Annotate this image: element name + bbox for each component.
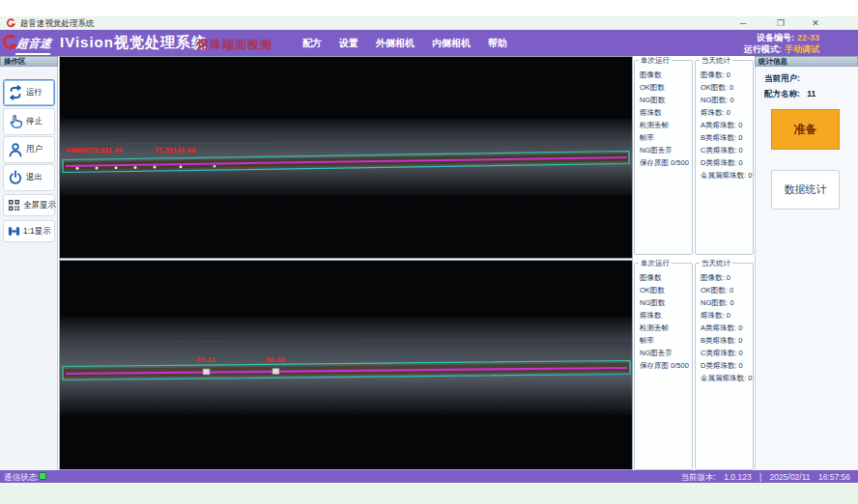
today-stats-inner: 当天统计 图像数: 0OK图数: 0NG图数: 0熔珠数: 0A类熔珠数: 0B…	[695, 263, 754, 470]
menu-item-settings[interactable]: 设置	[336, 35, 361, 52]
exit-button[interactable]: 退出	[3, 164, 55, 191]
recipe-name-value: 11	[807, 89, 815, 98]
user-icon	[8, 142, 23, 157]
status-time: 16:57:56	[818, 472, 850, 482]
sidebar-title: 操作区	[0, 56, 58, 67]
stat-row: 图像数	[635, 273, 692, 286]
power-icon	[8, 170, 23, 185]
stat-row: 检测丢帧	[635, 121, 692, 133]
stat-row: 熔珠数	[635, 108, 692, 121]
run-cycle-icon	[8, 85, 23, 100]
stat-row: 帧率	[635, 133, 692, 146]
device-info: 设备编号:22-33 运行模式:手动调试	[744, 32, 819, 55]
group-title: 当天统计	[700, 56, 732, 66]
stat-row: D类熔珠数: 0	[696, 361, 753, 374]
group-title: 单次运行	[639, 259, 672, 268]
exit-button-label: 退出	[26, 172, 43, 183]
brand-logo-text: 超音速	[15, 36, 52, 55]
data-statistics-button[interactable]: 数据统计	[771, 170, 840, 210]
recipe-name-label: 配方名称:	[764, 89, 800, 98]
run-mode-value: 手动调试	[785, 44, 819, 54]
user-button-label: 用户	[26, 144, 43, 155]
stop-button[interactable]: 停止	[3, 108, 55, 135]
stat-row: 保存原图 0/500	[635, 158, 692, 171]
stat-row: OK图数: 0	[696, 83, 753, 96]
measurement-annotation-2: 56.43	[266, 355, 286, 364]
stat-row: 检测丢帧	[635, 323, 692, 336]
menu-bar: 配方 设置 外侧相机 内侧相机 帮助	[300, 30, 510, 56]
close-button[interactable]: ✕	[808, 16, 823, 30]
status-bar: 通信状态: 当前版本: 1.0.123 | 2025/02/11 16:57:5…	[0, 470, 858, 483]
stat-row: 图像数	[635, 70, 692, 83]
stat-row: D类熔珠数: 0	[696, 158, 753, 171]
menu-item-outer-camera[interactable]: 外侧相机	[373, 35, 417, 52]
menu-item-inner-camera[interactable]: 内侧相机	[429, 35, 473, 52]
window-title: 超音速视觉处理系统	[20, 18, 95, 30]
stat-row: A类熔珠数: 0	[696, 323, 753, 336]
stop-button-label: 停止	[26, 116, 43, 127]
version-value: 1.0.123	[724, 472, 751, 482]
one-to-one-button[interactable]: 1:1显示	[3, 220, 55, 242]
defect-marker	[203, 369, 210, 375]
app-header: 超音速 IVision视觉处理系统 熔珠端面检测 配方 设置 外侧相机 内侧相机…	[0, 30, 858, 56]
measurement-annotation-1: 53.11	[196, 355, 215, 364]
measurement-annotation-right: 71.53141.49	[155, 146, 195, 154]
single-run-stats-inner: 单次运行 图像数OK图数NG图数熔珠数检测丢帧帧率NG图丢弃保存原图 0/500	[634, 263, 693, 470]
stat-row: 帧率	[635, 336, 692, 349]
run-mode-label: 运行模式:	[744, 44, 782, 54]
run-button[interactable]: 运行	[3, 79, 55, 106]
run-button-label: 运行	[26, 87, 43, 98]
fullscreen-button[interactable]: 全屏显示	[3, 194, 55, 216]
stat-row: 图像数: 0	[696, 273, 753, 286]
os-titlebar: 超音速视觉处理系统 ─ ❐ ✕	[0, 16, 858, 30]
stat-row: NG图数	[635, 96, 692, 108]
stop-hand-icon	[8, 114, 23, 129]
camera-image-inner: 53.11 56.43	[60, 261, 632, 469]
current-user-label: 当前用户:	[764, 73, 800, 83]
stat-row: NG图丢弃	[635, 349, 692, 361]
stat-row: OK图数	[635, 83, 692, 96]
stat-row: NG图数: 0	[696, 96, 753, 108]
stat-row: OK图数: 0	[696, 286, 753, 298]
camera-feed-outer: 44060579.531.49 71.53141.49	[59, 56, 633, 259]
stat-row: NG图丢弃	[635, 146, 692, 158]
group-title: 当天统计	[700, 259, 732, 268]
stat-row: OK图数	[635, 286, 692, 298]
one-to-one-button-label: 1:1显示	[23, 226, 51, 238]
camera-feed-inner: 53.11 56.43	[59, 260, 633, 470]
menu-item-recipe[interactable]: 配方	[300, 35, 325, 52]
stat-row: A类熔珠数: 0	[696, 121, 753, 133]
separator: |	[759, 472, 761, 482]
single-run-stats-outer: 单次运行 图像数OK图数NG图数熔珠数检测丢帧帧率NG图丢弃保存原图 0/500	[634, 60, 693, 255]
group-title: 单次运行	[639, 56, 672, 66]
device-id-value: 22-33	[797, 33, 819, 42]
measurement-annotation-left: 44060579.531.49	[66, 146, 122, 154]
sidebar: 运行 停止 用户 退出	[0, 67, 58, 470]
stat-row: B类熔珠数: 0	[696, 336, 753, 349]
prepare-button[interactable]: 准备	[771, 109, 840, 150]
stat-row: 保存原图 0/500	[635, 361, 692, 374]
today-stats-outer: 当天统计 图像数: 0OK图数: 0NG图数: 0熔珠数: 0A类熔珠数: 0B…	[695, 60, 754, 255]
stat-row: 图像数: 0	[696, 70, 753, 83]
stat-row: C类熔珠数: 0	[696, 349, 753, 361]
menu-item-help[interactable]: 帮助	[485, 35, 510, 52]
one-to-one-icon	[8, 225, 20, 238]
minimize-button[interactable]: ─	[735, 16, 751, 30]
stat-row: 熔珠数: 0	[696, 108, 753, 121]
fullscreen-qr-icon	[8, 199, 20, 211]
version-label: 当前版本:	[681, 472, 716, 482]
desktop-strip	[0, 483, 858, 504]
user-button[interactable]: 用户	[3, 136, 55, 163]
status-date: 2025/02/11	[770, 472, 811, 482]
info-panel: 当前用户: 配方名称: 11 准备 数据统计	[755, 67, 858, 470]
fullscreen-button-label: 全屏显示	[23, 200, 56, 211]
stat-row: C类熔珠数: 0	[696, 146, 753, 158]
stat-row: 熔珠数: 0	[696, 311, 753, 323]
stat-row: 金属屑熔珠数: 0	[696, 374, 753, 386]
app-window: 超音速视觉处理系统 ─ ❐ ✕ 超音速 IVision视觉处理系统 熔珠端面检测…	[0, 0, 858, 504]
stat-row: B类熔珠数: 0	[696, 133, 753, 146]
app-logo-icon	[6, 18, 15, 28]
info-panel-title: 统计信息	[755, 56, 858, 67]
restore-button[interactable]: ❐	[773, 16, 788, 30]
device-id-label: 设备编号:	[757, 33, 794, 42]
